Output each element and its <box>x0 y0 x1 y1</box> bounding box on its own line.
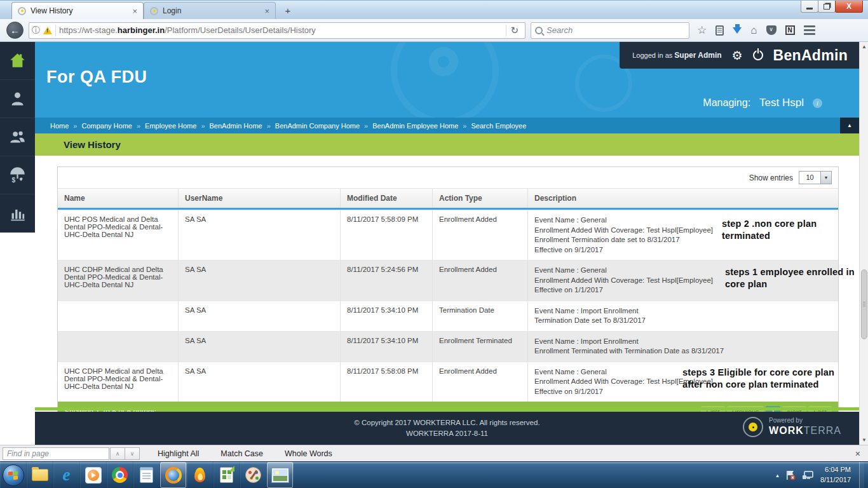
cell-name: UHC POS Medical and Delta Dental PPO-Med… <box>58 210 179 260</box>
taskbar-clock[interactable]: 6:04 PM 8/11/2017 <box>820 465 851 485</box>
notepad-icon <box>140 467 153 483</box>
sidebar-item-employee[interactable] <box>0 80 35 118</box>
sidebar-item-home[interactable] <box>0 42 35 80</box>
find-close-icon[interactable]: × <box>855 449 860 459</box>
handwritten-annotation: steps 3 Eligible for core core plan afte… <box>682 367 835 391</box>
page-title: View History <box>64 139 121 150</box>
home-icon <box>9 52 26 69</box>
page-info-icon[interactable]: ⓘ <box>32 25 40 36</box>
taskbar-paint[interactable] <box>240 462 267 488</box>
scrollbar-thumb[interactable] <box>861 269 867 339</box>
breadcrumb-company-home[interactable]: Company Home <box>81 122 132 130</box>
find-input[interactable] <box>3 447 109 460</box>
breadcrumb-separator: » <box>201 122 205 130</box>
table-row: UHC CDHP Medical and Delta Dental PPO-Me… <box>58 260 838 301</box>
taskbar-flame-app[interactable] <box>187 462 214 488</box>
site-favicon <box>18 7 26 15</box>
hidden-icons-icon[interactable]: ▴ <box>776 472 779 478</box>
cell-name: UHC CDHP Medical and Delta Dental PPO-Me… <box>58 261 179 301</box>
breadcrumb-home[interactable]: Home <box>50 122 69 130</box>
tab-view-history[interactable]: View History × <box>11 2 144 19</box>
breadcrumb-benadmin-employee-home[interactable]: BenAdmin Employee Home <box>372 122 458 130</box>
info-icon[interactable]: i <box>813 98 822 108</box>
select-dropdown-icon[interactable]: ▼ <box>820 172 831 184</box>
show-desktop-button[interactable] <box>859 462 864 488</box>
breadcrumb-benadmin-company-home[interactable]: BenAdmin Company Home <box>275 122 360 130</box>
scroll-up-icon[interactable]: ▲ <box>860 42 868 51</box>
col-header-action-type[interactable]: Action Type <box>433 189 528 208</box>
network-icon[interactable] <box>802 470 815 481</box>
sidebar-item-benefits[interactable]: $ <box>0 156 35 194</box>
url-bar[interactable]: ⓘ https://wt-stage.harbinger.in/Platform… <box>29 22 526 39</box>
page-size-value: 10 <box>799 172 820 184</box>
taskbar-snipping-tool[interactable] <box>267 462 294 488</box>
close-button[interactable]: X <box>835 1 863 13</box>
whole-words-button[interactable]: Whole Words <box>285 449 332 458</box>
tab-login[interactable]: Login × <box>144 2 276 19</box>
find-previous-button[interactable]: ∧ <box>110 447 125 460</box>
logout-power-icon[interactable] <box>753 50 763 60</box>
collapse-header-button[interactable]: ▲ <box>840 118 859 133</box>
cell-name: UHC CDHP Medical and Delta Dental PPO-Me… <box>58 362 179 402</box>
cell-description: Event Name : General Enrollment Added Wi… <box>528 261 838 301</box>
tab-close-icon[interactable]: × <box>264 6 269 16</box>
find-next-button[interactable]: ∨ <box>125 447 140 460</box>
sidebar-item-employees-group[interactable] <box>0 118 35 156</box>
breadcrumb-search-employee[interactable]: Search Employee <box>471 122 526 130</box>
bookmark-star-icon[interactable]: ☆ <box>697 25 707 36</box>
window-controls: X <box>801 1 863 13</box>
scroll-down-icon[interactable]: ▼ <box>860 435 868 445</box>
new-tab-button[interactable]: + <box>280 4 296 17</box>
insecure-lock-icon[interactable] <box>43 27 52 34</box>
home-icon[interactable]: ⌂ <box>750 25 757 36</box>
match-case-button[interactable]: Match Case <box>220 449 263 458</box>
managing-label: Managing: <box>703 97 750 109</box>
col-header-name[interactable]: Name <box>58 189 179 208</box>
breadcrumb-employee-home[interactable]: Employee Home <box>145 122 196 130</box>
taskbar-spreadsheet[interactable] <box>214 462 240 488</box>
taskbar-explorer[interactable] <box>27 462 53 488</box>
table-row: UHC POS Medical and Delta Dental PPO-Med… <box>58 210 838 260</box>
sidebar-item-reports[interactable] <box>0 194 35 233</box>
page-size-select[interactable]: 10 ▼ <box>799 171 832 184</box>
taskbar-internet-explorer[interactable]: e <box>53 462 80 488</box>
spreadsheet-icon <box>220 467 233 483</box>
taskbar-firefox[interactable] <box>160 462 187 488</box>
minimize-button[interactable] <box>801 1 818 13</box>
taskbar-chrome[interactable] <box>107 462 133 488</box>
page-scrollbar[interactable]: ▲ ▼ <box>859 42 868 445</box>
app-sidebar: $ <box>0 42 35 233</box>
breadcrumb-benadmin-home[interactable]: BenAdmin Home <box>210 122 262 130</box>
tab-close-icon[interactable]: × <box>132 6 137 16</box>
search-input[interactable] <box>546 25 685 35</box>
table-row: SA SA 8/11/2017 5:34:10 PM Termination D… <box>58 301 838 331</box>
back-button[interactable]: ← <box>6 22 24 39</box>
url-text[interactable]: https://wt-stage.harbinger.in/Platform/U… <box>59 25 503 35</box>
downloads-icon[interactable] <box>733 27 742 34</box>
settings-gear-icon[interactable]: ⚙ <box>732 50 743 62</box>
onenote-clipper-icon[interactable]: N <box>785 25 795 35</box>
workterra-wordmark: WORKTERRA <box>769 424 841 437</box>
cell-username: SA SA <box>179 210 341 260</box>
breadcrumb-separator: » <box>364 122 368 130</box>
site-footer: © Copyright 2017 WORKTERRA LLC. All righ… <box>35 412 859 445</box>
taskbar-notepad[interactable] <box>133 462 160 488</box>
reload-icon[interactable]: ↻ <box>506 25 522 36</box>
menu-icon[interactable] <box>804 25 815 35</box>
explorer-icon <box>32 469 48 481</box>
reading-list-icon[interactable] <box>715 25 724 36</box>
action-center-flag-icon[interactable] <box>785 470 796 481</box>
taskbar-media-player[interactable] <box>80 462 107 488</box>
managing-company[interactable]: Test Hspl <box>759 97 804 109</box>
highlight-all-button[interactable]: Highlight All <box>158 449 199 458</box>
restore-button[interactable] <box>818 1 836 13</box>
logged-in-text: Logged in as Super Admin <box>632 51 721 60</box>
col-header-modified-date[interactable]: Modified Date <box>341 189 433 208</box>
search-box[interactable] <box>531 22 689 39</box>
start-button[interactable] <box>0 462 27 488</box>
col-header-description[interactable]: Description <box>528 189 838 208</box>
pocket-icon[interactable]: ∨ <box>766 25 776 35</box>
col-header-username[interactable]: UserName <box>179 189 341 208</box>
person-icon <box>9 90 26 107</box>
breadcrumb-separator: » <box>267 122 271 130</box>
